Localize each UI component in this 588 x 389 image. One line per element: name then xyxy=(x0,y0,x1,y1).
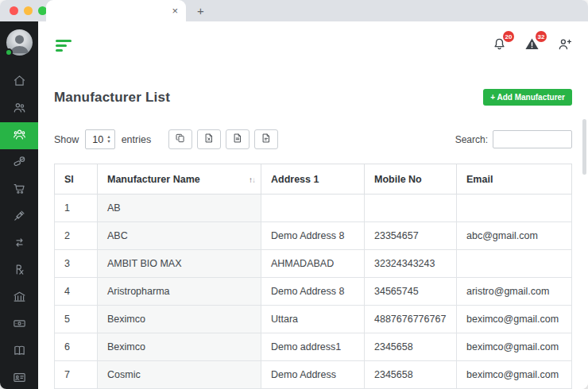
browser-chrome: × + xyxy=(0,0,588,21)
table-row: 4AristropharmaDemo Address 834565745aris… xyxy=(55,278,572,306)
excel-icon xyxy=(203,133,215,146)
search-label: Search: xyxy=(455,134,488,145)
table-cell: aristro@gmail.com xyxy=(457,278,572,306)
copy-button[interactable] xyxy=(168,129,192,149)
injection-icon xyxy=(13,209,26,225)
search-input[interactable] xyxy=(493,130,572,148)
entries-select-value: 10 xyxy=(92,134,103,145)
window-controls xyxy=(10,6,47,15)
table-cell: Demo Address xyxy=(261,361,365,389)
home-icon xyxy=(13,74,26,91)
csv-icon xyxy=(232,133,243,146)
table-cell: Beximco xyxy=(98,333,261,361)
menu-toggle-button[interactable] xyxy=(52,37,75,55)
column-header-email[interactable]: Email xyxy=(457,164,572,194)
sidebar-item-prescription[interactable] xyxy=(0,257,38,284)
entries-select[interactable]: 10 ▲▼ xyxy=(85,129,114,149)
sidebar-nav xyxy=(0,68,38,389)
cart-icon xyxy=(13,182,26,198)
table-cell: abc@gmail.com xyxy=(457,222,572,250)
table-cell: Cosmic xyxy=(98,361,261,389)
money-icon xyxy=(13,317,26,333)
sidebar-item-purchase[interactable] xyxy=(0,176,38,203)
new-tab-button[interactable]: + xyxy=(197,0,204,21)
table-cell xyxy=(261,194,365,222)
notifications-button[interactable]: 20 xyxy=(492,37,507,55)
table-cell: Beximco xyxy=(98,306,261,333)
table-cell: AMBIT BIO MAX xyxy=(98,250,261,278)
csv-button[interactable] xyxy=(226,129,250,149)
table-row: 1AB xyxy=(55,194,572,222)
table-row: 3AMBIT BIO MAXAHMADABAD32324343243 xyxy=(55,250,572,278)
table-cell: 2345658 xyxy=(365,333,457,361)
tab-close-icon[interactable]: × xyxy=(172,6,178,16)
users-icon xyxy=(13,101,26,117)
manufacturers-icon xyxy=(13,128,26,144)
table-cell: beximco@gmail.com xyxy=(457,333,572,361)
sidebar-item-dashboard[interactable] xyxy=(0,68,38,95)
table-row: 2ABCDemo Address 823354657abc@gmail.com xyxy=(55,222,572,250)
sidebar-item-customers[interactable] xyxy=(0,95,38,122)
topbar: 20 32 xyxy=(38,21,588,70)
window-minimize-button[interactable] xyxy=(24,6,33,15)
table-cell: Uttara xyxy=(261,306,365,333)
online-status-dot xyxy=(5,48,13,56)
table-row: 7CosmicDemo Address2345658beximco@gmail.… xyxy=(55,361,572,389)
sidebar-item-manufacturers[interactable] xyxy=(0,122,38,149)
sidebar xyxy=(0,21,38,389)
notification-badge: 20 xyxy=(503,31,514,42)
medicine-icon xyxy=(13,155,26,171)
pdf-button[interactable] xyxy=(254,129,278,149)
column-header-mobile-no[interactable]: Mobile No xyxy=(365,164,457,194)
pdf-icon xyxy=(261,133,272,146)
select-spinner-icon: ▲▼ xyxy=(106,135,110,144)
browser-tab[interactable]: × xyxy=(46,0,186,21)
alerts-button[interactable]: 32 xyxy=(524,37,540,55)
table-cell: 4887676776767 xyxy=(365,306,457,333)
table-cell: Demo Address 8 xyxy=(261,278,365,306)
table-header-row: SlManufacturer Name↑↓Address 1Mobile NoE… xyxy=(55,164,572,194)
window-close-button[interactable] xyxy=(10,6,18,15)
column-header-sl[interactable]: Sl xyxy=(55,164,98,194)
add-user-button[interactable] xyxy=(557,37,572,55)
table-cell: Demo Address 8 xyxy=(261,222,365,250)
table-cell: 34565745 xyxy=(365,278,457,306)
sidebar-item-accounts[interactable] xyxy=(0,311,38,338)
sidebar-item-returns[interactable] xyxy=(0,230,38,257)
avatar[interactable] xyxy=(6,29,33,56)
book-icon xyxy=(13,344,26,360)
table-row: 6BeximcoDemo address12345658beximco@gmai… xyxy=(55,333,572,361)
table-cell: 7 xyxy=(55,361,98,389)
table-cell: 5 xyxy=(55,306,98,333)
scrollbar-thumb[interactable] xyxy=(582,119,586,175)
exchange-icon xyxy=(13,236,26,252)
table-cell: AHMADABAD xyxy=(261,250,365,278)
sidebar-item-medicine[interactable] xyxy=(0,149,38,176)
table-cell: 4 xyxy=(55,278,98,306)
column-header-address-1[interactable]: Address 1 xyxy=(261,164,365,194)
table-cell: 23354657 xyxy=(365,222,457,250)
export-button-group xyxy=(168,129,278,149)
sort-icon: ↑↓ xyxy=(249,175,255,183)
sidebar-item-injection[interactable] xyxy=(0,203,38,230)
table-cell: ABC xyxy=(98,222,261,250)
table-cell: Aristropharma xyxy=(98,278,261,306)
sidebar-item-bank[interactable] xyxy=(0,284,38,311)
browser-window: × + 20 xyxy=(0,0,588,389)
table-cell: 1 xyxy=(55,194,98,222)
sidebar-item-reports[interactable] xyxy=(0,338,38,365)
sidebar-item-contacts[interactable] xyxy=(0,365,38,389)
alert-badge: 32 xyxy=(536,31,547,42)
table-cell xyxy=(365,194,457,222)
table-cell: 3 xyxy=(55,250,98,278)
table-cell: Demo address1 xyxy=(261,333,365,361)
manufacturer-table: SlManufacturer Name↑↓Address 1Mobile NoE… xyxy=(54,164,572,389)
column-header-manufacturer-name[interactable]: Manufacturer Name↑↓ xyxy=(98,164,261,194)
table-cell: AB xyxy=(98,194,261,222)
add-manufacturer-button[interactable]: + Add Manufacturer xyxy=(483,89,572,106)
prescription-icon xyxy=(13,263,26,279)
show-label: Show xyxy=(54,134,79,145)
table-cell xyxy=(457,250,572,278)
excel-button[interactable] xyxy=(197,129,221,149)
table-cell: 6 xyxy=(55,333,98,361)
